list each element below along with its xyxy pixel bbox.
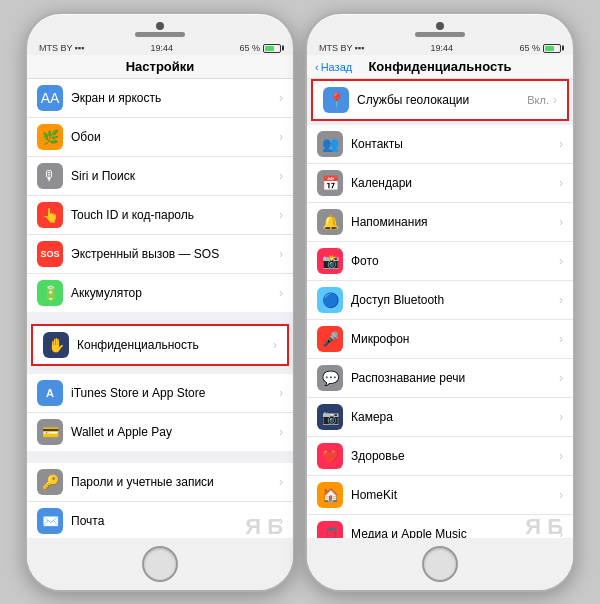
location-icon: 📍	[323, 87, 349, 113]
contacts-priv-icon: 👥	[317, 131, 343, 157]
wallet-icon: 💳	[37, 419, 63, 445]
section-3-left: A iTunes Store и App Store › 💳 Wallet и …	[27, 374, 293, 451]
speaker-right	[415, 32, 465, 37]
chevron-icon: ›	[559, 488, 563, 502]
location-section: 📍 Службы геолокации Вкл. ›	[311, 79, 569, 121]
battery-fill-left	[265, 46, 274, 51]
item-label: Доступ Bluetooth	[351, 293, 559, 307]
wallpaper-icon: 🌿	[37, 124, 63, 150]
item-label: Аккумулятор	[71, 286, 279, 300]
carrier-right: MTS BY	[319, 43, 353, 53]
item-label: Медиа и Apple Music	[351, 527, 559, 538]
battery-pct-right: 65 %	[519, 43, 540, 53]
chevron-icon: ›	[279, 247, 283, 261]
chevron-icon: ›	[559, 332, 563, 346]
chevron-icon: ›	[553, 93, 557, 107]
nav-title-left: Настройки	[126, 59, 195, 74]
item-label: Фото	[351, 254, 559, 268]
chevron-icon: ›	[559, 449, 563, 463]
list-item[interactable]: 🔑 Пароли и учетные записи ›	[27, 463, 293, 502]
item-label: Камера	[351, 410, 559, 424]
chevron-icon: ›	[279, 514, 283, 528]
phone-left: MTS BY ▪▪▪ 19:44 65 % Настройки AA Экран…	[25, 12, 295, 592]
nav-title-right: Конфиденциальность	[368, 59, 511, 74]
homekit-icon: 🏠	[317, 482, 343, 508]
microphone-icon: 🎤	[317, 326, 343, 352]
item-label: Touch ID и код-пароль	[71, 208, 279, 222]
back-button[interactable]: ‹ Назад	[315, 61, 352, 73]
privacy-label: Конфиденциальность	[77, 338, 273, 352]
list-item[interactable]: 🏠 HomeKit ›	[307, 476, 573, 515]
status-bar-right: MTS BY ▪▪▪ 19:44 65 %	[307, 41, 573, 55]
chevron-icon: ›	[559, 176, 563, 190]
speaker-left	[135, 32, 185, 37]
item-label: Распознавание речи	[351, 371, 559, 385]
status-bar-left: MTS BY ▪▪▪ 19:44 65 %	[27, 41, 293, 55]
item-label: Календари	[351, 176, 559, 190]
sos-icon: SOS	[37, 241, 63, 267]
time-left: 19:44	[151, 43, 174, 53]
phone-top-left: MTS BY ▪▪▪ 19:44 65 %	[27, 14, 293, 55]
divider	[27, 455, 293, 463]
home-button-left[interactable]	[142, 546, 178, 582]
chevron-icon: ›	[559, 137, 563, 151]
list-item[interactable]: 🎙 Siri и Поиск ›	[27, 157, 293, 196]
camera-left	[156, 22, 164, 30]
list-item[interactable]: SOS Экстренный вызов — SOS ›	[27, 235, 293, 274]
time-right: 19:44	[431, 43, 454, 53]
list-item[interactable]: 👥 Контакты ›	[307, 125, 573, 164]
chevron-icon: ›	[279, 425, 283, 439]
privacy-icon: ✋	[43, 332, 69, 358]
settings-list-right: 📍 Службы геолокации Вкл. › 👥 Контакты › …	[307, 79, 573, 538]
item-label: Siri и Поиск	[71, 169, 279, 183]
list-item[interactable]: 📸 Фото ›	[307, 242, 573, 281]
list-item[interactable]: A iTunes Store и App Store ›	[27, 374, 293, 413]
section-1-left: AA Экран и яркость › 🌿 Обои › 🎙 Siri и П…	[27, 79, 293, 312]
list-item[interactable]: 🎤 Микрофон ›	[307, 320, 573, 359]
health-icon: ❤️	[317, 443, 343, 469]
list-item[interactable]: 🌿 Обои ›	[27, 118, 293, 157]
chevron-icon: ›	[559, 410, 563, 424]
home-button-right[interactable]	[422, 546, 458, 582]
list-item[interactable]: 🔋 Аккумулятор ›	[27, 274, 293, 312]
camera-priv-icon: 📷	[317, 404, 343, 430]
location-item[interactable]: 📍 Службы геолокации Вкл. ›	[313, 81, 567, 119]
back-label: Назад	[321, 61, 353, 73]
list-item[interactable]: AA Экран и яркость ›	[27, 79, 293, 118]
list-item[interactable]: 💬 Распознавание речи ›	[307, 359, 573, 398]
list-item[interactable]: 💳 Wallet и Apple Pay ›	[27, 413, 293, 451]
phone-bottom-right	[307, 538, 573, 590]
privacy-items-section: 👥 Контакты › 📅 Календари › 🔔 Напоминания…	[307, 125, 573, 538]
divider	[27, 366, 293, 374]
nav-bar-right: ‹ Назад Конфиденциальность	[307, 55, 573, 79]
privacy-section: ✋ Конфиденциальность ›	[31, 324, 289, 366]
screen-brightness-icon: AA	[37, 85, 63, 111]
item-label: Здоровье	[351, 449, 559, 463]
list-item[interactable]: 📷 Камера ›	[307, 398, 573, 437]
list-item[interactable]: 🎵 Медиа и Apple Music ›	[307, 515, 573, 538]
chevron-icon: ›	[279, 475, 283, 489]
chevron-icon: ›	[279, 91, 283, 105]
list-item[interactable]: 📅 Календари ›	[307, 164, 573, 203]
bluetooth-icon: 🔵	[317, 287, 343, 313]
chevron-left-icon: ‹	[315, 61, 319, 73]
chevron-icon: ›	[279, 386, 283, 400]
list-item[interactable]: 👆 Touch ID и код-пароль ›	[27, 196, 293, 235]
item-label: Микрофон	[351, 332, 559, 346]
chevron-icon: ›	[279, 208, 283, 222]
item-label: Почта	[71, 514, 279, 528]
list-item[interactable]: 🔵 Доступ Bluetooth ›	[307, 281, 573, 320]
list-item[interactable]: 🔔 Напоминания ›	[307, 203, 573, 242]
location-label: Службы геолокации	[357, 93, 527, 107]
status-right-right: 65 %	[519, 43, 561, 53]
battery-icon-left	[263, 44, 281, 53]
photos-icon: 📸	[317, 248, 343, 274]
chevron-icon: ›	[559, 293, 563, 307]
privacy-item[interactable]: ✋ Конфиденциальность ›	[33, 326, 287, 364]
chevron-icon: ›	[559, 215, 563, 229]
divider	[27, 316, 293, 324]
list-item[interactable]: ❤️ Здоровье ›	[307, 437, 573, 476]
item-label: HomeKit	[351, 488, 559, 502]
screen-right: 📍 Службы геолокации Вкл. › 👥 Контакты › …	[307, 79, 573, 538]
list-item[interactable]: ✉️ Почта ›	[27, 502, 293, 538]
